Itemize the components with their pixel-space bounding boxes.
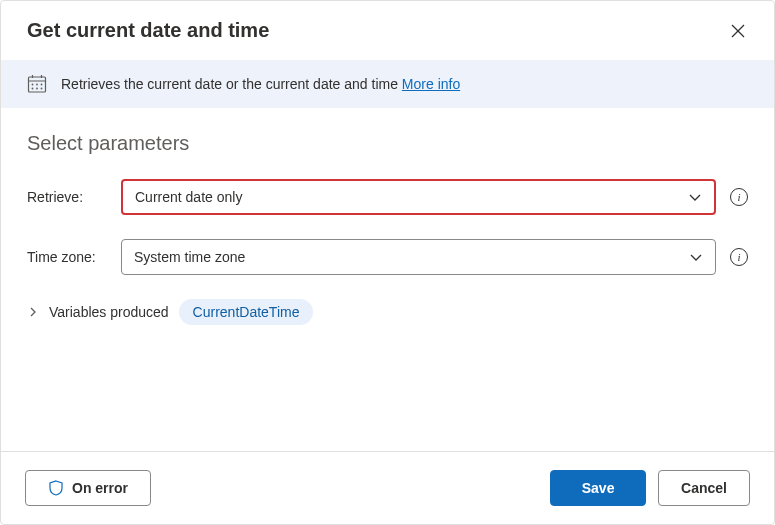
retrieve-info-icon[interactable]: i	[730, 188, 748, 206]
dialog: Get current date and time Retrieves the …	[0, 0, 775, 525]
variables-row: Variables produced CurrentDateTime	[27, 299, 748, 325]
close-icon	[730, 23, 746, 39]
variables-label[interactable]: Variables produced	[49, 304, 169, 320]
dialog-footer: On error Save Cancel	[1, 451, 774, 524]
timezone-select-value: System time zone	[134, 249, 245, 265]
svg-point-10	[36, 88, 38, 90]
cancel-label: Cancel	[681, 480, 727, 496]
shield-icon	[48, 480, 64, 496]
info-bar: Retrieves the current date or the curren…	[1, 60, 774, 108]
svg-point-11	[41, 88, 43, 90]
close-button[interactable]	[728, 21, 748, 41]
cancel-button[interactable]: Cancel	[658, 470, 750, 506]
retrieve-select-value: Current date only	[135, 189, 242, 205]
dialog-title: Get current date and time	[27, 19, 269, 42]
chevron-down-icon	[688, 190, 702, 204]
dialog-header: Get current date and time	[1, 1, 774, 60]
svg-point-9	[32, 88, 34, 90]
timezone-label: Time zone:	[27, 249, 107, 265]
chevron-right-icon[interactable]	[27, 306, 39, 318]
dialog-content: Select parameters Retrieve: Current date…	[1, 108, 774, 451]
footer-actions: Save Cancel	[550, 470, 750, 506]
svg-point-6	[32, 84, 34, 86]
save-button[interactable]: Save	[550, 470, 646, 506]
svg-point-7	[36, 84, 38, 86]
timezone-info-icon[interactable]: i	[730, 248, 748, 266]
on-error-label: On error	[72, 480, 128, 496]
svg-point-8	[41, 84, 43, 86]
more-info-link[interactable]: More info	[402, 76, 460, 92]
on-error-button[interactable]: On error	[25, 470, 151, 506]
timezone-select[interactable]: System time zone	[121, 239, 716, 275]
info-text-wrap: Retrieves the current date or the curren…	[61, 76, 460, 92]
calendar-icon	[27, 74, 47, 94]
retrieve-label: Retrieve:	[27, 189, 107, 205]
timezone-field-row: Time zone: System time zone i	[27, 239, 748, 275]
info-text: Retrieves the current date or the curren…	[61, 76, 402, 92]
retrieve-field-row: Retrieve: Current date only i	[27, 179, 748, 215]
save-label: Save	[582, 480, 615, 496]
retrieve-select[interactable]: Current date only	[121, 179, 716, 215]
chevron-down-icon	[689, 250, 703, 264]
variable-chip[interactable]: CurrentDateTime	[179, 299, 314, 325]
section-title: Select parameters	[27, 132, 748, 155]
